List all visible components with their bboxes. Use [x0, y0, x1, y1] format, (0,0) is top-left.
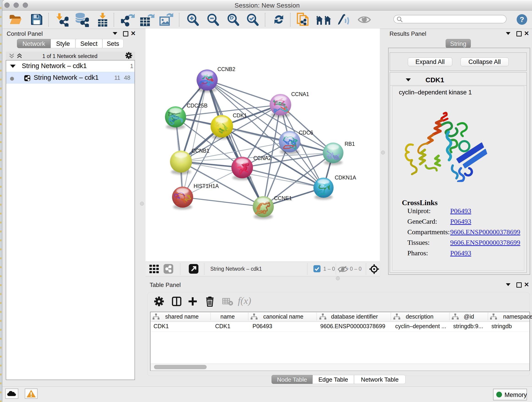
- svg-text:CCNB2: CCNB2: [217, 66, 235, 72]
- svg-text:CDK1: CDK1: [233, 113, 247, 119]
- svg-text:RB1: RB1: [345, 141, 355, 147]
- svg-text:CDC25B: CDC25B: [187, 103, 208, 109]
- svg-text:CCNA1: CCNA1: [291, 91, 309, 97]
- svg-text:CDC6: CDC6: [299, 130, 313, 136]
- svg-text:CCNE1: CCNE1: [274, 195, 292, 201]
- svg-text:CCNA2: CCNA2: [253, 155, 271, 161]
- svg-text:CDKN1A: CDKN1A: [335, 175, 356, 181]
- svg-text:CCNB1: CCNB1: [191, 148, 209, 154]
- svg-text:HIST1H1A: HIST1H1A: [194, 183, 219, 189]
